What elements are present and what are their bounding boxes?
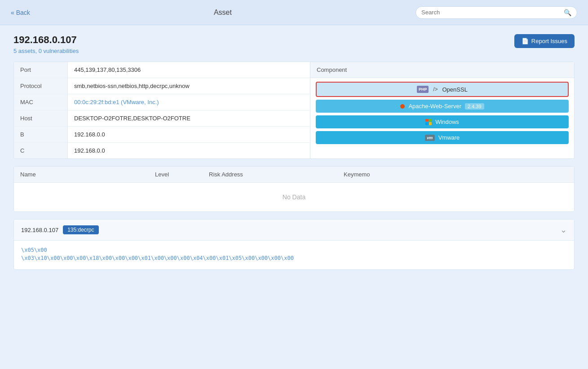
vuln-table-header: Name Level Risk Address Keymemo [14,167,574,183]
report-label: Report Issues [531,38,567,44]
value-protocol: smb,netbios-ssn,netbios,http,decrpc,unkn… [68,78,310,94]
back-button[interactable]: « Back [11,9,30,16]
value-port: 445,139,137,80,135,3306 [68,62,310,78]
detail-ip-badge: 192.168.0.107 135:decrpc [21,225,99,234]
info-component-grid: Port 445,139,137,80,135,3306 Protocol sm… [13,62,575,159]
label-mac: MAC [14,94,68,110]
info-row-port: Port 445,139,137,80,135,3306 [14,62,310,78]
apache-version-badge: 2.4.39 [465,103,484,110]
openssl-label: OpenSSL [442,86,467,93]
apache-label: Apache-Web-Server [408,103,461,110]
apache-icon [400,104,405,109]
back-label: « Back [11,9,30,16]
value-mac[interactable]: 00:0c:29:2f:bd:e1 (VMware, Inc.) [68,94,310,110]
component-item-windows[interactable]: Windows [316,115,569,128]
asset-header: 192.168.0.107 5 assets, 0 vulnerabilitie… [13,34,575,54]
page-title: Asset [214,9,232,17]
info-table: Port 445,139,137,80,135,3306 Protocol sm… [14,62,310,158]
value-host: DESKTOP-O2FOTRE,DESKTOP-O2FOTRE [68,110,310,126]
detail-content: \x05\x00 \x03\x10\x00\x00\x00\x18\x00\x0… [14,241,574,269]
col-level: Level [149,167,203,182]
component-item-vmware[interactable]: vm Vmware [316,131,569,144]
info-row-c: C 192.168.0.0 [14,143,310,158]
asset-ip: 192.168.0.107 [13,34,79,46]
windows-icon [425,119,432,125]
chevron-down-icon[interactable]: ⌄ [560,225,567,235]
info-row-b: B 192.168.0.0 [14,127,310,143]
info-row-protocol: Protocol smb,netbios-ssn,netbios,http,de… [14,78,310,94]
detail-header: 192.168.0.107 135:decrpc ⌄ [14,220,574,241]
component-item-apache[interactable]: Apache-Web-Server 2.4.39 [316,100,569,113]
component-item-php-openssl[interactable]: PHP /> OpenSSL [316,82,569,97]
hex-line-1: \x05\x00 [21,247,567,253]
header: « Back Asset 🔍 [0,0,588,25]
component-header: Component [310,62,574,78]
vuln-table-section: Name Level Risk Address Keymemo No Data [13,166,575,212]
label-b: B [14,127,68,142]
asset-info: 192.168.0.107 5 assets, 0 vulnerabilitie… [13,34,79,54]
report-icon: 📄 [522,38,529,44]
detail-ip: 192.168.0.107 [21,227,58,233]
windows-label: Windows [435,119,459,125]
search-input[interactable] [421,9,560,16]
detail-section: 192.168.0.107 135:decrpc ⌄ \x05\x00 \x03… [13,219,575,270]
info-row-mac: MAC 00:0c:29:2f:bd:e1 (VMware, Inc.) [14,94,310,110]
label-protocol: Protocol [14,78,68,94]
col-name: Name [14,167,149,182]
info-row-host: Host DESKTOP-O2FOTRE,DESKTOP-O2FOTRE [14,110,310,127]
vmware-icon: vm [425,135,435,141]
php-code-tag: /> [433,86,438,92]
php-icon: PHP [417,86,429,93]
vmware-label: Vmware [438,134,460,141]
search-icon: 🔍 [564,9,571,16]
component-items: PHP /> OpenSSL Apache-Web-Server 2.4.39 [310,78,574,148]
value-b: 192.168.0.0 [68,127,310,142]
search-box: 🔍 [416,6,577,19]
hex-line-2: \x03\x10\x00\x00\x00\x18\x00\x00\x00\x01… [21,255,567,261]
no-data-label: No Data [14,183,574,211]
value-c: 192.168.0.0 [68,143,310,158]
col-keymemo: Keymemo [337,167,574,182]
col-risk-address: Risk Address [203,167,337,182]
label-host: Host [14,110,68,126]
main-content: 192.168.0.107 5 assets, 0 vulnerabilitie… [0,25,588,279]
label-port: Port [14,62,68,78]
port-badge: 135:decrpc [63,225,98,234]
asset-subtitle: 5 assets, 0 vulnerabilities [13,48,79,54]
report-issues-button[interactable]: 📄 Report Issues [514,34,575,48]
label-c: C [14,143,68,158]
component-section: Component PHP /> OpenSSL Apache-Web-Serv… [310,62,574,158]
